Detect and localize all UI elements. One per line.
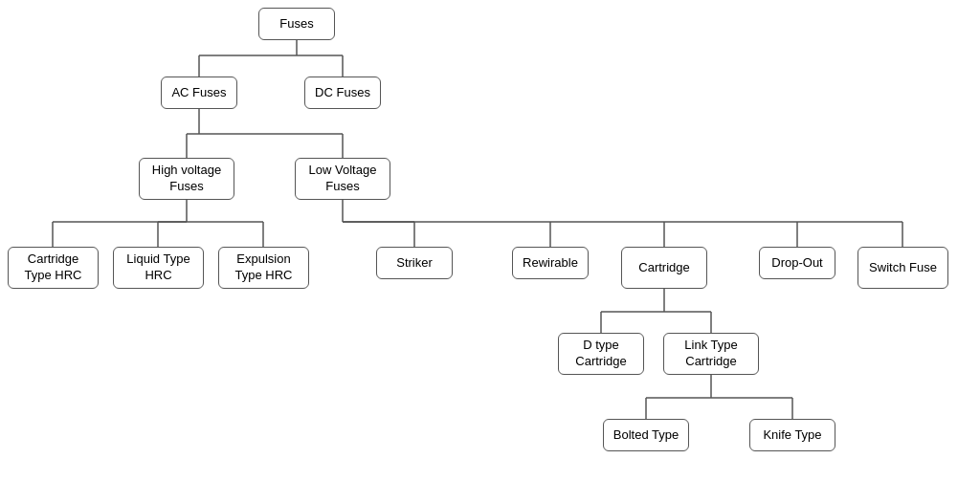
node-cartridge-hrc: Cartridge Type HRC — [8, 247, 99, 289]
connector-lines — [0, 0, 980, 481]
node-liquid-hrc: Liquid Type HRC — [113, 247, 204, 289]
node-drop-out: Drop-Out — [759, 247, 835, 279]
node-bolted-type: Bolted Type — [603, 419, 689, 451]
node-d-type-cartridge: D type Cartridge — [558, 333, 644, 375]
node-low-voltage: Low Voltage Fuses — [295, 158, 390, 200]
node-rewirable: Rewirable — [512, 247, 589, 279]
node-expulsion-hrc: Expulsion Type HRC — [218, 247, 309, 289]
node-link-type-cartridge: Link Type Cartridge — [663, 333, 759, 375]
node-switch-fuse: Switch Fuse — [858, 247, 948, 289]
fuses-diagram: Fuses AC Fuses DC Fuses High voltage Fus… — [0, 0, 980, 481]
node-knife-type: Knife Type — [749, 419, 835, 451]
node-high-voltage: High voltage Fuses — [139, 158, 234, 200]
node-ac-fuses: AC Fuses — [161, 77, 237, 109]
node-fuses: Fuses — [258, 8, 335, 40]
node-striker: Striker — [376, 247, 453, 279]
node-cartridge: Cartridge — [621, 247, 707, 289]
node-dc-fuses: DC Fuses — [304, 77, 381, 109]
